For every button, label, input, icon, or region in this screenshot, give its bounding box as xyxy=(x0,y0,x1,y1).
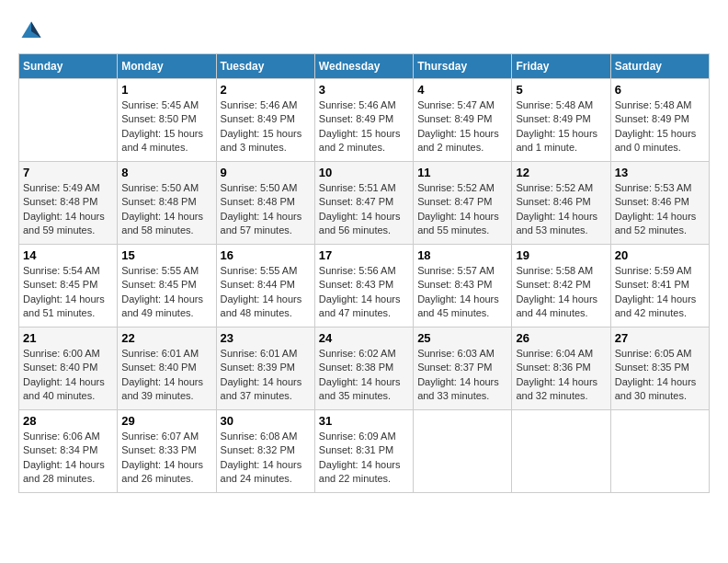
logo xyxy=(18,18,48,44)
weekday-header: Thursday xyxy=(414,54,512,79)
calendar-day-cell: 12Sunrise: 5:52 AMSunset: 8:46 PMDayligh… xyxy=(512,162,610,245)
calendar-day-cell: 15Sunrise: 5:55 AMSunset: 8:45 PMDayligh… xyxy=(118,245,216,327)
day-info: Sunrise: 5:49 AMSunset: 8:48 PMDaylight:… xyxy=(23,181,113,238)
day-info: Sunrise: 5:47 AMSunset: 8:49 PMDaylight:… xyxy=(417,98,507,155)
day-number: 21 xyxy=(23,331,113,345)
day-number: 9 xyxy=(221,166,311,179)
day-info: Sunrise: 5:46 AMSunset: 8:49 PMDaylight:… xyxy=(221,98,311,155)
day-info: Sunrise: 5:54 AMSunset: 8:45 PMDaylight:… xyxy=(23,264,113,321)
day-info: Sunrise: 5:58 AMSunset: 8:42 PMDaylight:… xyxy=(516,264,606,321)
day-number: 17 xyxy=(319,248,409,262)
weekday-header: Wednesday xyxy=(314,54,413,79)
calendar-day-cell: 11Sunrise: 5:52 AMSunset: 8:47 PMDayligh… xyxy=(414,162,512,245)
day-number: 15 xyxy=(121,248,211,262)
day-info: Sunrise: 5:56 AMSunset: 8:43 PMDaylight:… xyxy=(319,264,409,321)
calendar-day-cell: 7Sunrise: 5:49 AMSunset: 8:48 PMDaylight… xyxy=(19,162,118,245)
weekday-header: Sunday xyxy=(19,54,118,79)
calendar-day-cell: 19Sunrise: 5:58 AMSunset: 8:42 PMDayligh… xyxy=(512,245,610,327)
calendar-day-cell: 28Sunrise: 6:06 AMSunset: 8:34 PMDayligh… xyxy=(19,410,118,493)
day-info: Sunrise: 5:52 AMSunset: 8:46 PMDaylight:… xyxy=(516,181,606,238)
day-info: Sunrise: 6:01 AMSunset: 8:39 PMDaylight:… xyxy=(221,347,311,404)
calendar-header-row: SundayMondayTuesdayWednesdayThursdayFrid… xyxy=(19,54,710,79)
day-number: 7 xyxy=(23,166,113,179)
day-number: 3 xyxy=(319,83,409,97)
day-number: 25 xyxy=(417,331,507,345)
day-info: Sunrise: 5:59 AMSunset: 8:41 PMDaylight:… xyxy=(615,264,705,321)
day-number: 4 xyxy=(417,83,507,97)
calendar-table: SundayMondayTuesdayWednesdayThursdayFrid… xyxy=(18,53,710,493)
day-info: Sunrise: 5:50 AMSunset: 8:48 PMDaylight:… xyxy=(121,181,211,238)
weekday-header: Friday xyxy=(512,54,610,79)
calendar-day-cell: 10Sunrise: 5:51 AMSunset: 8:47 PMDayligh… xyxy=(314,162,413,245)
calendar-day-cell: 5Sunrise: 5:48 AMSunset: 8:49 PMDaylight… xyxy=(512,79,610,162)
calendar-day-cell xyxy=(610,410,709,493)
calendar-day-cell: 22Sunrise: 6:01 AMSunset: 8:40 PMDayligh… xyxy=(118,327,216,410)
calendar-day-cell: 27Sunrise: 6:05 AMSunset: 8:35 PMDayligh… xyxy=(610,327,709,410)
day-info: Sunrise: 6:08 AMSunset: 8:32 PMDaylight:… xyxy=(221,430,311,487)
calendar-week-row: 14Sunrise: 5:54 AMSunset: 8:45 PMDayligh… xyxy=(19,245,710,327)
day-number: 19 xyxy=(516,248,606,262)
day-info: Sunrise: 5:52 AMSunset: 8:47 PMDaylight:… xyxy=(417,181,507,238)
day-info: Sunrise: 5:55 AMSunset: 8:44 PMDaylight:… xyxy=(221,264,311,321)
day-info: Sunrise: 6:03 AMSunset: 8:37 PMDaylight:… xyxy=(417,347,507,404)
day-info: Sunrise: 6:02 AMSunset: 8:38 PMDaylight:… xyxy=(319,347,409,404)
calendar-day-cell: 2Sunrise: 5:46 AMSunset: 8:49 PMDaylight… xyxy=(216,79,314,162)
day-number: 31 xyxy=(319,414,409,428)
day-info: Sunrise: 5:48 AMSunset: 8:49 PMDaylight:… xyxy=(516,98,606,155)
weekday-header: Monday xyxy=(118,54,216,79)
day-number: 6 xyxy=(615,83,705,97)
calendar-day-cell xyxy=(512,410,610,493)
calendar-day-cell: 1Sunrise: 5:45 AMSunset: 8:50 PMDaylight… xyxy=(118,79,216,162)
calendar-day-cell: 31Sunrise: 6:09 AMSunset: 8:31 PMDayligh… xyxy=(314,410,413,493)
calendar-week-row: 1Sunrise: 5:45 AMSunset: 8:50 PMDaylight… xyxy=(19,79,710,162)
calendar-day-cell: 29Sunrise: 6:07 AMSunset: 8:33 PMDayligh… xyxy=(118,410,216,493)
calendar-day-cell: 3Sunrise: 5:46 AMSunset: 8:49 PMDaylight… xyxy=(314,79,413,162)
day-info: Sunrise: 5:57 AMSunset: 8:43 PMDaylight:… xyxy=(417,264,507,321)
day-number: 5 xyxy=(516,83,606,97)
calendar-week-row: 7Sunrise: 5:49 AMSunset: 8:48 PMDaylight… xyxy=(19,162,710,245)
logo-icon xyxy=(18,18,44,44)
day-number: 11 xyxy=(417,166,507,179)
calendar-day-cell: 4Sunrise: 5:47 AMSunset: 8:49 PMDaylight… xyxy=(414,79,512,162)
calendar-day-cell: 20Sunrise: 5:59 AMSunset: 8:41 PMDayligh… xyxy=(610,245,709,327)
day-number: 13 xyxy=(615,166,705,179)
calendar-week-row: 28Sunrise: 6:06 AMSunset: 8:34 PMDayligh… xyxy=(19,410,710,493)
calendar-day-cell xyxy=(414,410,512,493)
calendar-day-cell: 8Sunrise: 5:50 AMSunset: 8:48 PMDaylight… xyxy=(118,162,216,245)
day-info: Sunrise: 5:53 AMSunset: 8:46 PMDaylight:… xyxy=(615,181,705,238)
day-info: Sunrise: 5:45 AMSunset: 8:50 PMDaylight:… xyxy=(121,98,211,155)
day-number: 26 xyxy=(516,331,606,345)
day-number: 27 xyxy=(615,331,705,345)
day-number: 8 xyxy=(121,166,211,179)
calendar-day-cell: 30Sunrise: 6:08 AMSunset: 8:32 PMDayligh… xyxy=(216,410,314,493)
calendar-day-cell: 23Sunrise: 6:01 AMSunset: 8:39 PMDayligh… xyxy=(216,327,314,410)
weekday-header: Saturday xyxy=(610,54,709,79)
calendar-day-cell: 24Sunrise: 6:02 AMSunset: 8:38 PMDayligh… xyxy=(314,327,413,410)
day-number: 16 xyxy=(221,248,311,262)
day-info: Sunrise: 6:04 AMSunset: 8:36 PMDaylight:… xyxy=(516,347,606,404)
calendar-day-cell: 21Sunrise: 6:00 AMSunset: 8:40 PMDayligh… xyxy=(19,327,118,410)
day-number: 20 xyxy=(615,248,705,262)
day-number: 12 xyxy=(516,166,606,179)
day-info: Sunrise: 6:05 AMSunset: 8:35 PMDaylight:… xyxy=(615,347,705,404)
day-info: Sunrise: 5:50 AMSunset: 8:48 PMDaylight:… xyxy=(221,181,311,238)
day-info: Sunrise: 5:48 AMSunset: 8:49 PMDaylight:… xyxy=(615,98,705,155)
calendar-day-cell: 14Sunrise: 5:54 AMSunset: 8:45 PMDayligh… xyxy=(19,245,118,327)
day-info: Sunrise: 5:46 AMSunset: 8:49 PMDaylight:… xyxy=(319,98,409,155)
day-info: Sunrise: 6:01 AMSunset: 8:40 PMDaylight:… xyxy=(121,347,211,404)
calendar-day-cell: 16Sunrise: 5:55 AMSunset: 8:44 PMDayligh… xyxy=(216,245,314,327)
day-number: 22 xyxy=(121,331,211,345)
day-number: 14 xyxy=(23,248,113,262)
day-number: 18 xyxy=(417,248,507,262)
day-info: Sunrise: 6:09 AMSunset: 8:31 PMDaylight:… xyxy=(319,430,409,487)
day-info: Sunrise: 6:00 AMSunset: 8:40 PMDaylight:… xyxy=(23,347,113,404)
page-header xyxy=(18,18,710,44)
day-number: 24 xyxy=(319,331,409,345)
calendar-day-cell: 13Sunrise: 5:53 AMSunset: 8:46 PMDayligh… xyxy=(610,162,709,245)
weekday-header: Tuesday xyxy=(216,54,314,79)
day-number: 28 xyxy=(23,414,113,428)
day-number: 29 xyxy=(121,414,211,428)
calendar-day-cell: 26Sunrise: 6:04 AMSunset: 8:36 PMDayligh… xyxy=(512,327,610,410)
calendar-day-cell: 6Sunrise: 5:48 AMSunset: 8:49 PMDaylight… xyxy=(610,79,709,162)
day-number: 23 xyxy=(221,331,311,345)
